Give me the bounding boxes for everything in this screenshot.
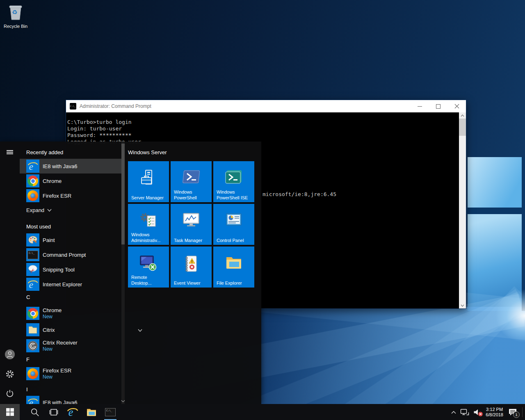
app-item-label: Citrix Receiver [43, 340, 78, 346]
app-item-label: Citrix [43, 327, 55, 333]
taskbar: e C:\_ [0, 404, 525, 420]
tile-remote-desktop[interactable]: Remote Desktop... [128, 247, 169, 288]
tile-windows-powershell-ise[interactable]: Windows PowerShell ISE [213, 161, 254, 202]
desktop: ♻ Recycle Bin C:\_ Administrator: Comman… [0, 0, 525, 420]
remote-desktop-icon [128, 255, 169, 272]
chrome-icon [26, 174, 39, 187]
taskbar-command-prompt[interactable]: C:\_ [101, 404, 120, 420]
console-scrollbar[interactable] [459, 112, 466, 308]
tile-group-header[interactable]: Windows Server [128, 149, 167, 155]
app-item-ie8-with-java6[interactable]: e IE8 with Java6 [26, 159, 118, 173]
app-item-label: Paint [43, 237, 55, 243]
section-letter-c[interactable]: C [26, 294, 30, 300]
tile-label: Remote Desktop... [131, 274, 167, 286]
file-explorer-icon [86, 407, 97, 417]
wallpaper-glow [484, 279, 525, 353]
taskbar-clock[interactable]: 3:12 PM 6/8/2018 [486, 407, 503, 418]
app-item-label: Chrome [43, 307, 62, 314]
file-explorer-icon [213, 255, 254, 270]
tile-file-explorer[interactable]: File Explorer [213, 247, 254, 288]
app-item-snipping-tool[interactable]: ✂ Snipping Tool [26, 262, 118, 277]
start-menu: Recently added e IE8 with Java6 Chrome F… [0, 142, 261, 404]
minimize-button[interactable] [411, 100, 429, 112]
tile-windows-administrative-tools[interactable]: Windows Administrativ... [128, 204, 169, 245]
tile-windows-powershell[interactable]: Windows PowerShell [171, 161, 212, 202]
hidden-icons-button[interactable] [451, 411, 456, 414]
volume-button[interactable] [473, 409, 482, 416]
app-list-scrollbar[interactable] [121, 142, 125, 404]
expand-button[interactable]: Expand [26, 207, 52, 213]
tile-label: Windows PowerShell [174, 189, 210, 201]
new-badge: New [43, 314, 62, 320]
firefox-icon [26, 367, 39, 380]
folder-chevron-down-icon[interactable] [138, 326, 142, 333]
console-line: C:\Turbo>turbo login [67, 119, 141, 126]
start-button[interactable] [0, 404, 20, 420]
system-tray: 3:12 PM 6/8/2018 1 [451, 404, 523, 420]
scroll-down-icon[interactable] [459, 302, 466, 308]
tile-server-manager[interactable]: Server Manager [128, 161, 169, 202]
app-item-label: IE8 with Java6 [43, 399, 78, 404]
app-item-label: Firefox ESR [43, 368, 71, 374]
recently-added-header: Recently added [26, 149, 63, 155]
task-view-icon [49, 409, 59, 416]
app-item-label: Command Prompt [43, 252, 86, 258]
ie-icon: e [26, 396, 39, 404]
search-button[interactable] [25, 404, 44, 420]
powershell-icon [171, 169, 212, 185]
app-item-firefox-esr[interactable]: Firefox ESR [26, 188, 118, 203]
app-item-label: Chrome [43, 178, 62, 184]
app-item-chrome[interactable]: Chrome [26, 173, 118, 188]
cmd-icon: C:\_ [105, 408, 116, 416]
wallpaper-window-pane-top [468, 157, 522, 208]
app-item-citrix-receiver-new[interactable]: Citrix Receiver New [26, 337, 118, 354]
close-button[interactable] [447, 100, 466, 112]
expand-label: Expand [26, 207, 44, 213]
maximize-icon [436, 104, 441, 109]
taskbar-internet-explorer[interactable]: e [63, 404, 82, 420]
power-icon [5, 389, 14, 398]
settings-button[interactable] [5, 369, 15, 379]
app-item-paint[interactable]: Paint [26, 233, 118, 247]
recycle-bin[interactable]: ♻ Recycle Bin [2, 2, 29, 29]
window-titlebar[interactable]: C:\_ Administrator: Command Prompt [66, 100, 466, 112]
ie-icon: e [26, 278, 39, 291]
svg-text:♻: ♻ [12, 9, 17, 16]
show-desktop-edge[interactable] [522, 407, 523, 417]
section-letter-f[interactable]: F [26, 356, 30, 363]
app-item-firefox-esr-new[interactable]: Firefox ESR New [26, 365, 118, 382]
snipping-tool-icon: ✂ [26, 263, 39, 276]
power-button[interactable] [5, 388, 15, 398]
scrollbar-thumb[interactable] [459, 119, 466, 136]
tile-event-viewer[interactable]: Event Viewer [171, 247, 212, 288]
hamburger-icon [7, 149, 13, 155]
scroll-up-icon[interactable] [459, 112, 466, 119]
close-icon [454, 104, 459, 109]
scrollbar-thumb[interactable] [121, 144, 125, 244]
app-item-ie8-with-java6-list[interactable]: e IE8 with Java6 [26, 395, 118, 404]
action-center-button[interactable]: 1 [507, 407, 518, 418]
app-item-internet-explorer[interactable]: e Internet Explorer [26, 277, 118, 292]
tile-label: Task Manager [174, 237, 210, 243]
app-item-citrix-folder[interactable]: Citrix [26, 322, 118, 337]
menu-hamburger-button[interactable] [5, 147, 15, 157]
tile-label: Server Manager [131, 195, 167, 201]
app-item-command-prompt[interactable]: C:\_ Command Prompt [26, 247, 118, 262]
app-item-chrome-new[interactable]: Chrome New [26, 305, 118, 322]
section-letter-i[interactable]: I [26, 386, 28, 393]
app-item-label: Internet Explorer [43, 281, 82, 288]
tile-label: Event Viewer [174, 280, 210, 286]
user-account-button[interactable] [5, 349, 15, 359]
recycle-bin-label: Recycle Bin [2, 24, 29, 29]
most-used-header: Most used [26, 224, 51, 230]
list-scroll-down-icon[interactable] [120, 399, 126, 404]
chrome-icon [26, 307, 39, 320]
network-button[interactable] [460, 409, 469, 416]
task-view-button[interactable] [44, 404, 63, 420]
tile-label: Control Panel [217, 237, 252, 243]
maximize-button[interactable] [429, 100, 447, 112]
tile-control-panel[interactable]: Control Panel [213, 204, 254, 245]
taskbar-file-explorer[interactable] [82, 404, 101, 420]
tile-task-manager[interactable]: Task Manager [171, 204, 212, 245]
ie-icon: e [66, 406, 79, 418]
